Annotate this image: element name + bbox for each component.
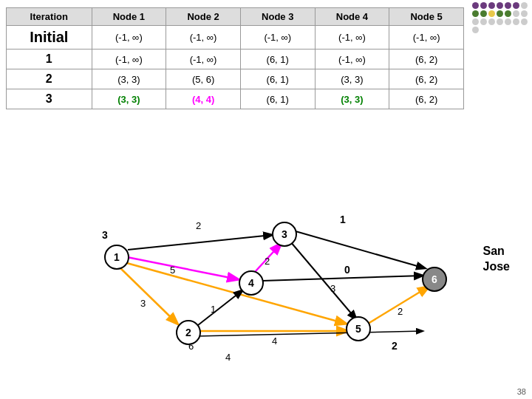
table-row: 2 (3, 3) (5, 6) (6, 1) (3, 3) (6, 2) (7, 69, 464, 89)
cell-initial-n4: (-1, ∞) (315, 26, 389, 50)
cell-2-n1: (3, 3) (92, 69, 166, 89)
edge-1-3 (128, 235, 272, 250)
table-row: 1 (-1, ∞) (-1, ∞) (6, 1) (-1, ∞) (6, 2) (7, 50, 464, 69)
edge-label-4b: 4 (225, 352, 231, 363)
cell-1-n5: (6, 2) (389, 50, 464, 69)
cell-1-n2: (-1, ∞) (166, 50, 241, 69)
col-header-node3: Node 3 (240, 8, 315, 26)
edge-label-4a: 4 (272, 335, 277, 347)
cell-1-n1: (-1, ∞) (92, 50, 166, 69)
edge-label-1b: 1 (211, 304, 216, 315)
cell-3-n3: (6, 1) (240, 89, 315, 109)
col-header-node2: Node 2 (166, 8, 241, 26)
row-label-2: 2 (7, 69, 92, 89)
row-label-initial: Initial (7, 26, 92, 50)
edge-4-6 (262, 276, 423, 281)
graph-node-label-3: 3 (282, 228, 287, 240)
cell-1-n4: (-1, ∞) (315, 50, 389, 69)
cell-initial-n3: (-1, ∞) (240, 26, 315, 50)
page-number: 38 (517, 387, 526, 396)
edge-2-4 (198, 290, 242, 325)
table-row: 3 (3, 3) (4, 4) (6, 1) (3, 3) (6, 2) (7, 89, 464, 109)
cell-3-n4: (3, 3) (315, 89, 389, 109)
graph-container: 3 2 1 0 5 2 3 1 3 2 4 6 4 2 1 2 3 (74, 170, 480, 384)
graph-node-label-5: 5 (355, 323, 361, 335)
cell-2-n2: (5, 6) (166, 69, 241, 89)
edge-3-6 (296, 231, 425, 268)
edge-label-5: 5 (170, 265, 175, 276)
col-header-iteration: Iteration (7, 8, 92, 26)
cell-2-n3: (6, 1) (240, 69, 315, 89)
san-jose-label: San Jose (483, 244, 510, 275)
cell-3-n1: (3, 3) (92, 89, 166, 109)
graph-node-label-2: 2 (185, 327, 191, 338)
cell-3-n2: (4, 4) (166, 89, 241, 109)
edge-label-2a: 2 (196, 220, 201, 231)
iteration-table: Iteration Node 1 Node 2 Node 3 Node 4 No… (6, 7, 464, 109)
cell-2-n5: (6, 2) (389, 69, 464, 89)
table-row: Initial (-1, ∞) (-1, ∞) (-1, ∞) (-1, ∞) … (7, 26, 464, 50)
cell-initial-n1: (-1, ∞) (92, 26, 166, 50)
cell-3-n5: (6, 2) (389, 89, 464, 109)
edge-label-1a: 1 (340, 214, 346, 225)
edge-label-2b: 2 (265, 256, 270, 267)
edge-label-3c: 3 (330, 283, 335, 294)
col-header-node5: Node 5 (389, 8, 464, 26)
graph-svg: 3 2 1 0 5 2 3 1 3 2 4 6 4 2 1 2 3 (74, 170, 480, 377)
cell-1-n3: (6, 1) (240, 50, 315, 69)
edge-label-3a: 3 (102, 229, 108, 241)
cell-initial-n2: (-1, ∞) (166, 26, 241, 50)
edge-1-5 (124, 262, 346, 324)
edge-label-0: 0 (344, 264, 350, 276)
col-header-node4: Node 4 (315, 8, 389, 26)
row-label-3: 3 (7, 89, 92, 109)
cell-initial-n5: (-1, ∞) (389, 26, 464, 50)
edge-label-2c: 2 (398, 306, 403, 317)
col-header-node1: Node 1 (92, 8, 166, 26)
row-label-1: 1 (7, 50, 92, 69)
edge-3-5 (290, 242, 356, 319)
edge-label-3b: 3 (140, 298, 146, 309)
graph-node-label-4: 4 (248, 277, 254, 289)
decorative-dots: .dots-row { display: flex; flex-wrap: wr… (471, 1, 531, 83)
main-table-container: Iteration Node 1 Node 2 Node 3 Node 4 No… (6, 7, 464, 109)
cell-2-n4: (3, 3) (315, 69, 389, 89)
graph-node-label-6: 6 (432, 273, 437, 285)
edge-label-2d: 2 (392, 340, 398, 352)
edge-5-6 (368, 287, 429, 324)
graph-node-label-1: 1 (114, 251, 120, 263)
